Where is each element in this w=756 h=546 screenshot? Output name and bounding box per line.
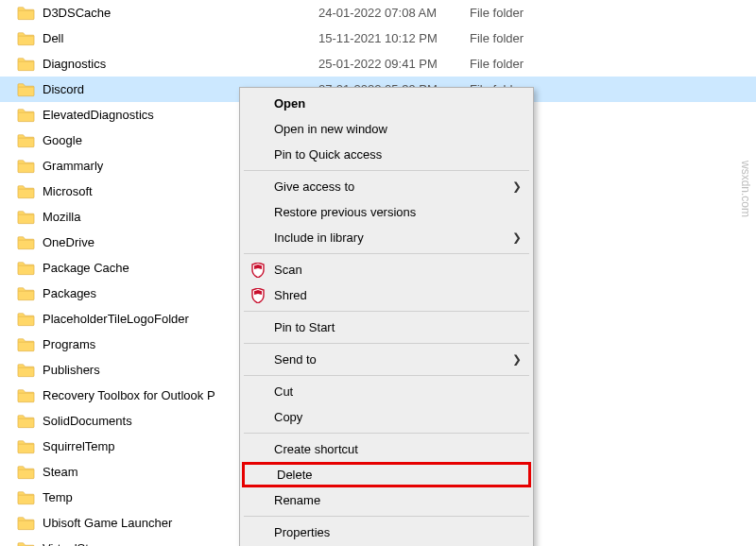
menu-label: Open <box>274 96 305 111</box>
menu-pin-to-start[interactable]: Pin to Start <box>242 315 531 340</box>
folder-icon <box>17 312 35 327</box>
menu-label: Shred <box>274 288 307 302</box>
menu-label: Rename <box>274 493 320 507</box>
folder-icon <box>17 235 35 250</box>
menu-label: Pin to Quick access <box>274 147 382 162</box>
folder-icon <box>17 439 35 454</box>
folder-icon <box>17 261 35 276</box>
file-name: Diagnostics <box>43 57 318 71</box>
folder-icon <box>17 286 35 301</box>
context-menu: Open Open in new window Pin to Quick acc… <box>239 87 534 546</box>
file-type: File folder <box>470 31 583 45</box>
menu-label: Send to <box>274 352 317 367</box>
menu-separator <box>244 375 529 376</box>
folder-icon <box>17 133 35 148</box>
chevron-right-icon: ❯ <box>512 178 522 196</box>
menu-label: Open in new window <box>274 122 387 136</box>
chevron-right-icon: ❯ <box>512 350 522 368</box>
menu-create-shortcut[interactable]: Create shortcut <box>242 436 531 462</box>
menu-scan[interactable]: Scan <box>242 257 531 282</box>
menu-rename[interactable]: Rename <box>242 487 531 513</box>
folder-icon <box>17 337 35 352</box>
menu-restore-previous[interactable]: Restore previous versions <box>242 199 531 225</box>
menu-give-access-to[interactable]: Give access to❯ <box>242 174 531 199</box>
folder-icon <box>17 516 35 531</box>
menu-pin-quick-access[interactable]: Pin to Quick access <box>242 142 531 167</box>
menu-separator <box>244 343 529 344</box>
mcafee-icon <box>250 263 266 278</box>
folder-icon <box>17 490 35 505</box>
menu-label: Restore previous versions <box>274 205 416 219</box>
folder-icon <box>17 57 35 72</box>
file-row[interactable]: D3DSCache24-01-2022 07:08 AMFile folder <box>0 0 756 26</box>
folder-icon <box>17 6 35 21</box>
menu-label: Include in library <box>274 230 364 245</box>
menu-include-in-library[interactable]: Include in library❯ <box>242 225 531 250</box>
file-name: Dell <box>43 31 318 45</box>
menu-label: Create shortcut <box>274 442 358 456</box>
folder-icon <box>17 363 35 378</box>
menu-separator <box>244 516 529 517</box>
watermark: wsxdn.com <box>739 161 752 217</box>
file-date: 15-11-2021 10:12 PM <box>318 31 470 45</box>
menu-properties[interactable]: Properties <box>242 520 531 545</box>
folder-icon <box>17 159 35 174</box>
menu-separator <box>244 170 529 171</box>
menu-send-to[interactable]: Send to❯ <box>242 347 531 372</box>
menu-separator <box>244 311 529 312</box>
mcafee-icon <box>250 288 266 303</box>
menu-copy[interactable]: Copy <box>242 404 531 430</box>
file-date: 25-01-2022 09:41 PM <box>318 57 470 71</box>
folder-icon <box>17 388 35 403</box>
menu-label: Pin to Start <box>274 320 335 334</box>
folder-icon <box>17 210 35 225</box>
folder-icon <box>17 82 35 97</box>
menu-separator <box>244 433 529 434</box>
file-date: 24-01-2022 07:08 AM <box>318 6 470 20</box>
menu-label: Copy <box>274 410 302 424</box>
menu-label: Properties <box>274 525 330 539</box>
menu-open-new-window[interactable]: Open in new window <box>242 116 531 142</box>
menu-label: Delete <box>277 468 313 482</box>
folder-icon <box>17 31 35 46</box>
file-name: D3DSCache <box>43 6 318 20</box>
menu-delete[interactable]: Delete <box>242 462 531 487</box>
menu-label: Give access to <box>274 179 354 194</box>
menu-label: Cut <box>274 384 293 399</box>
menu-label: Scan <box>274 263 302 277</box>
menu-shred[interactable]: Shred <box>242 282 531 308</box>
folder-icon <box>17 184 35 199</box>
file-row[interactable]: Dell15-11-2021 10:12 PMFile folder <box>0 26 756 51</box>
folder-icon <box>17 108 35 123</box>
folder-icon <box>17 414 35 429</box>
menu-cut[interactable]: Cut <box>242 379 531 404</box>
folder-icon <box>17 541 35 547</box>
file-row[interactable]: Diagnostics25-01-2022 09:41 PMFile folde… <box>0 51 756 77</box>
file-type: File folder <box>470 6 583 20</box>
folder-icon <box>17 465 35 480</box>
menu-open[interactable]: Open <box>242 91 531 116</box>
chevron-right-icon: ❯ <box>512 229 522 247</box>
menu-separator <box>244 253 529 254</box>
file-type: File folder <box>470 57 583 71</box>
